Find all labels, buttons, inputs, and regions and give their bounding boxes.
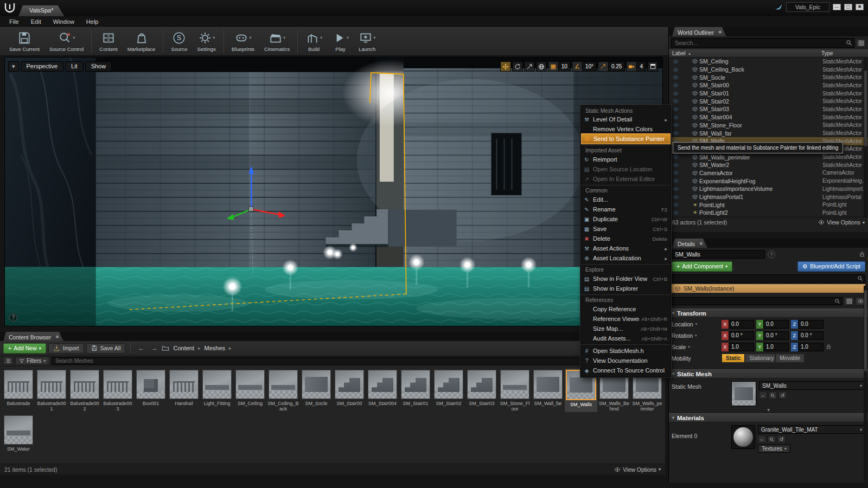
rotation-z-field[interactable]: 0.0 ° xyxy=(798,331,824,340)
static-mesh-combo[interactable]: SM_Walls ▾ xyxy=(759,381,865,390)
lock-icon[interactable] xyxy=(826,344,832,350)
outliner-row[interactable]: CameraActor CameraActor xyxy=(669,169,868,177)
section-expander[interactable]: ▾ xyxy=(672,407,865,413)
use-selected-asset-button[interactable]: ← xyxy=(758,435,766,443)
outliner-row[interactable]: SM_Stair02 StaticMeshActor xyxy=(669,97,868,105)
caret-down-icon[interactable]: ▾ xyxy=(695,333,697,338)
component-search-input[interactable] xyxy=(672,274,865,282)
context-menu-item[interactable]: # Open StaticMesh.h xyxy=(581,346,671,356)
save-all-button[interactable]: Save All xyxy=(86,343,126,354)
asset-thumbnail[interactable] xyxy=(500,370,529,399)
breadcrumb-arrow-icon[interactable]: ▸ xyxy=(229,345,232,351)
maximize-viewport-button[interactable] xyxy=(647,61,658,72)
level-viewport[interactable]: ▾ Perspective Lit Show ▦ 10 ∠ 10° 0.25 xyxy=(4,57,663,326)
scale-tool-button[interactable] xyxy=(524,61,535,72)
asset-tile[interactable]: SM_Wall_far xyxy=(532,369,564,412)
asset-thumbnail[interactable] xyxy=(4,370,33,399)
outliner-view-options-button[interactable]: View Options ▾ xyxy=(818,219,865,226)
menu-window[interactable]: Window xyxy=(47,17,80,26)
viewport-help-button[interactable]: ? xyxy=(9,313,17,322)
build-button[interactable]: ▾ Build xyxy=(301,29,327,55)
outliner-row[interactable]: SM_Stair004 StaticMeshActor xyxy=(669,113,868,121)
context-menu-item[interactable]: References xyxy=(581,294,671,304)
location-x-field[interactable]: 0.0 xyxy=(729,320,754,329)
static-mesh-thumbnail[interactable] xyxy=(731,381,756,406)
asset-thumbnail[interactable] xyxy=(202,370,232,399)
actor-label[interactable]: LightmassImportanceVolume xyxy=(699,185,822,192)
context-menu-item[interactable]: Imported Asset xyxy=(581,145,671,155)
context-menu-item[interactable]: ⊕ Asset Localization xyxy=(581,253,671,263)
visibility-eye-icon[interactable] xyxy=(671,210,680,216)
rotation-snap-control[interactable]: ∠ 10° xyxy=(572,61,597,72)
asset-tile[interactable]: Box001 xyxy=(135,369,167,412)
actor-label[interactable]: PointLight xyxy=(699,202,822,208)
substance-source-button[interactable]: S Source xyxy=(166,29,192,55)
reset-to-default-button[interactable]: ↺ xyxy=(777,435,786,443)
perspective-button[interactable]: Perspective xyxy=(21,61,63,72)
close-icon[interactable]: ✖ xyxy=(55,335,59,339)
rotation-x-field[interactable]: 0.0 ° xyxy=(729,331,754,340)
context-menu-item[interactable]: ▤ Show in Folder View Ctrl+B xyxy=(581,274,671,284)
asset-tile[interactable]: Balustrade xyxy=(2,369,35,412)
asset-tile[interactable]: Balustrade003 xyxy=(101,369,134,412)
asset-tile[interactable]: Light_Fitting xyxy=(201,369,233,412)
content-button[interactable]: Content xyxy=(94,29,122,55)
context-menu-item[interactable]: ✎ Edit... xyxy=(581,195,671,204)
filters-button[interactable]: Filters ▾ xyxy=(15,357,49,365)
outliner-search-input[interactable] xyxy=(671,38,854,48)
asset-tile[interactable]: SM_Ceiling_Back xyxy=(267,369,299,412)
outliner-row[interactable]: SM_Ceiling StaticMeshActor xyxy=(669,57,868,66)
asset-thumbnail[interactable] xyxy=(103,370,132,399)
view-options-button[interactable]: View Options ▾ xyxy=(614,466,661,473)
close-button[interactable]: ✖ xyxy=(856,4,864,10)
actor-label[interactable]: SM_Stair004 xyxy=(699,114,822,120)
visibility-eye-icon[interactable] xyxy=(671,194,680,200)
visibility-eye-icon[interactable] xyxy=(671,154,680,160)
asset-thumbnail[interactable] xyxy=(467,370,496,399)
context-menu-item[interactable]: ? View Documentation xyxy=(581,356,671,365)
asset-thumbnail[interactable] xyxy=(269,370,298,399)
visibility-eye-icon[interactable] xyxy=(671,59,680,65)
visibility-eye-icon[interactable] xyxy=(671,162,680,168)
outliner-row[interactable]: SM_Socle StaticMeshActor xyxy=(669,73,868,81)
cinematics-button[interactable]: ▾ Cinematics xyxy=(259,29,295,55)
scale-z-field[interactable]: 1.0 xyxy=(798,343,824,351)
source-control-button[interactable]: ▾ Source Control xyxy=(44,29,88,55)
actor-label[interactable]: PointLight2 xyxy=(699,209,822,216)
material-combo[interactable]: Granite_Wall_Tile_MAT ▾ xyxy=(758,425,865,434)
world-space-button[interactable] xyxy=(536,61,547,72)
visibility-eye-icon[interactable] xyxy=(671,202,680,208)
asset-thumbnail[interactable] xyxy=(235,370,265,399)
context-menu-item[interactable]: ▦ Save Ctrl+S xyxy=(581,224,671,234)
mobility-movable-button[interactable]: Movable xyxy=(775,354,805,363)
asset-tile[interactable]: SM_Stair00 xyxy=(333,369,366,412)
camera-speed-control[interactable]: 4 xyxy=(626,61,646,72)
forward-button[interactable]: → xyxy=(149,344,159,352)
menu-edit[interactable]: Edit xyxy=(25,17,47,26)
asset-search-input[interactable] xyxy=(52,357,662,365)
rotation-y-field[interactable]: 0.0 ° xyxy=(763,331,789,340)
outliner-column-header[interactable]: Label▲ Type xyxy=(669,49,868,57)
property-search-input[interactable] xyxy=(672,297,843,305)
transform-section-header[interactable]: ▾ Transform xyxy=(669,309,868,318)
asset-thumbnail[interactable] xyxy=(368,370,397,399)
tab-world-outliner[interactable]: World Outliner ✖ xyxy=(672,27,726,36)
title-bar[interactable]: ValsSpa* Vals_Epic — ▢ ✖ xyxy=(0,0,868,16)
textures-dropdown-button[interactable]: Textures ▾ xyxy=(758,445,790,453)
asset-tile[interactable]: SM_Stone_Floor xyxy=(499,369,531,412)
close-icon[interactable]: ✖ xyxy=(718,30,722,35)
reset-to-default-button[interactable]: ↺ xyxy=(778,391,787,399)
asset-tile[interactable]: SM_Socle xyxy=(300,369,333,412)
actor-label[interactable]: SM_Wall_far xyxy=(699,130,822,137)
asset-tile[interactable]: SM_Stair004 xyxy=(366,369,399,412)
location-z-field[interactable]: 0.0 xyxy=(798,320,824,329)
location-y-field[interactable]: 0.0 xyxy=(763,320,789,329)
scale-snap-control[interactable]: 0.25 xyxy=(598,61,625,72)
scale-x-field[interactable]: 1.0 xyxy=(729,343,754,351)
visibility-eye-icon[interactable] xyxy=(671,82,680,88)
context-menu-item[interactable]: ⚒ Asset Actions xyxy=(581,243,671,253)
outliner-row[interactable]: SM_Stair01 StaticMeshActor xyxy=(669,89,868,98)
visibility-eye-icon[interactable] xyxy=(671,74,680,80)
show-button[interactable]: Show xyxy=(85,61,112,72)
lock-icon[interactable] xyxy=(859,251,865,258)
